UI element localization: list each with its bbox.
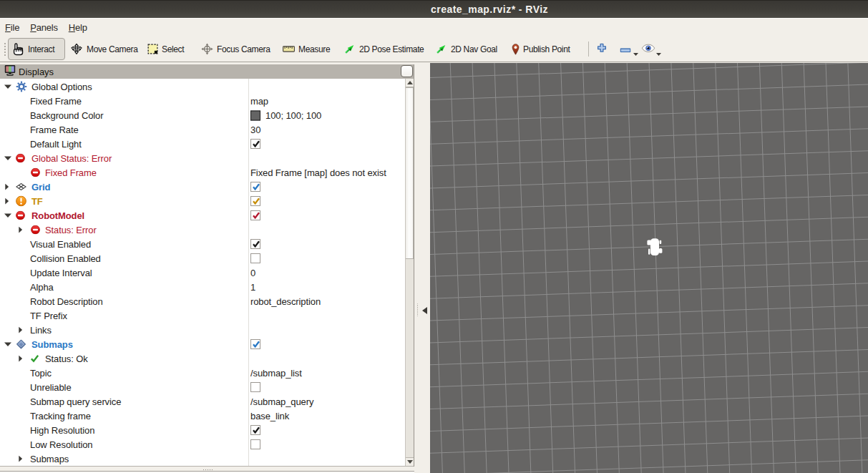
row-color-value[interactable]: 100; 100; 100 — [250, 110, 321, 121]
scrollbar-up-button[interactable] — [406, 79, 414, 87]
row-checkbox[interactable] — [250, 239, 260, 249]
row-label: Global Options — [31, 82, 92, 92]
tool-label: Measure — [298, 44, 330, 54]
select-icon — [147, 44, 158, 54]
visibility-eye-icon — [642, 42, 655, 55]
row-label: Update Interval — [30, 268, 92, 278]
tree-row[interactable]: Visual Enabled — [0, 237, 405, 251]
collapse-arrow-icon[interactable] — [18, 455, 23, 463]
tree-row[interactable]: Fixed FrameFixed Frame [map] does not ex… — [0, 165, 405, 180]
tree-row[interactable]: Default Light — [0, 137, 405, 151]
panel-float-button[interactable] — [401, 65, 413, 77]
eye-button[interactable] — [638, 38, 658, 60]
tree-row[interactable]: Low Resolution — [0, 437, 405, 452]
tree-row[interactable]: Topic/submap_list — [0, 366, 405, 380]
expand-arrow-icon[interactable] — [4, 341, 12, 347]
row-label: Robot Description — [30, 296, 103, 307]
tree-row[interactable]: Grid — [0, 180, 405, 194]
expand-arrow-icon[interactable] — [4, 84, 12, 89]
row-value[interactable]: base_link — [250, 411, 289, 421]
tree-scrollbar[interactable] — [405, 79, 414, 466]
panel-splitter-handle[interactable] — [416, 303, 419, 316]
tool-focus-button[interactable]: Focus Camera — [201, 38, 270, 60]
tree-row[interactable]: Collision Enabled — [0, 251, 405, 265]
menu-item-file[interactable]: File — [5, 19, 19, 36]
displays-panel-title: Displays — [19, 67, 54, 77]
move-camera-icon — [70, 43, 83, 56]
scrollbar-down-button[interactable] — [406, 457, 414, 466]
tree-row[interactable]: Global Status: Error — [0, 151, 405, 165]
error-icon — [16, 211, 25, 220]
row-checkbox[interactable] — [250, 339, 260, 349]
tree-row[interactable]: Submaps — [0, 452, 405, 466]
tool-select-button[interactable]: Select — [147, 38, 184, 60]
row-label: Frame Rate — [30, 125, 79, 135]
minus-button[interactable] — [615, 38, 635, 60]
row-value[interactable]: robot_description — [250, 296, 321, 307]
tree-row[interactable]: Status: Ok — [0, 351, 405, 366]
row-checkbox[interactable] — [250, 139, 260, 149]
row-label: TF — [31, 196, 43, 207]
dropdown-arrow-icon — [633, 46, 638, 59]
tree-row[interactable]: Alpha1 — [0, 280, 405, 294]
row-value[interactable]: /submap_query — [250, 396, 313, 407]
tree-row[interactable]: Unreliable — [0, 380, 405, 394]
plus-button[interactable] — [592, 38, 612, 60]
title-bar[interactable]: create_map.rviz* - RViz — [0, 0, 868, 19]
tree-row[interactable]: Links — [0, 323, 405, 337]
tool-label: Focus Camera — [217, 44, 270, 54]
tool-measure-button[interactable]: Measure — [283, 38, 330, 60]
displays-panel-header[interactable]: Displays — [0, 64, 414, 79]
menu-item-help[interactable]: Help — [69, 19, 87, 36]
tool-pose-button[interactable]: 2D Pose Estimate — [343, 38, 424, 60]
row-checkbox[interactable] — [250, 425, 260, 435]
tree-row[interactable]: Frame Rate30 — [0, 122, 405, 137]
menu-item-panels[interactable]: Panels — [30, 19, 58, 36]
tree-row[interactable]: High Resolution — [0, 423, 405, 437]
tree-row[interactable]: TF Prefix — [0, 308, 405, 323]
row-value[interactable]: Fixed Frame [map] does not exist — [250, 167, 386, 178]
row-checkbox[interactable] — [250, 253, 260, 263]
collapse-arrow-icon[interactable] — [4, 183, 9, 191]
row-value[interactable]: 1 — [250, 282, 255, 293]
row-checkbox[interactable] — [250, 196, 260, 206]
row-checkbox[interactable] — [250, 182, 260, 192]
panel-collapse-arrow[interactable] — [422, 304, 427, 317]
row-value[interactable]: 30 — [250, 125, 260, 135]
dropdown-arrow-icon — [656, 46, 661, 59]
row-value[interactable]: /submap_list — [250, 368, 302, 379]
tree-row[interactable]: Tracking framebase_link — [0, 409, 405, 423]
collapse-arrow-icon[interactable] — [18, 326, 23, 334]
tree-row[interactable]: Submap query service/submap_query — [0, 394, 405, 409]
tool-move-button[interactable]: Move Camera — [70, 38, 138, 60]
expand-arrow-icon[interactable] — [4, 155, 12, 161]
row-checkbox[interactable] — [250, 382, 260, 392]
collapse-arrow-icon[interactable] — [18, 226, 23, 234]
tree-row[interactable]: Status: Error — [0, 223, 405, 237]
row-checkbox[interactable] — [250, 210, 260, 220]
tree-row[interactable]: RobotModel — [0, 208, 405, 223]
row-label: Alpha — [30, 282, 54, 293]
tool-publish-button[interactable]: Publish Point — [512, 38, 570, 60]
row-value[interactable]: 0 — [250, 268, 255, 278]
row-checkbox[interactable] — [250, 439, 260, 449]
expand-arrow-icon[interactable] — [4, 213, 12, 218]
tree-row[interactable]: Background Color100; 100; 100 — [0, 108, 405, 122]
collapse-arrow-icon[interactable] — [18, 355, 23, 363]
3d-viewport[interactable] — [430, 63, 868, 473]
scrollbar-thumb[interactable] — [406, 87, 414, 259]
tree-row[interactable]: TF — [0, 194, 405, 208]
tree-row[interactable]: Fixed Framemap — [0, 94, 405, 108]
toolbar: InteractMove CameraSelectFocus CameraMea… — [0, 36, 868, 62]
tree-row[interactable]: Submaps — [0, 337, 405, 351]
row-label: Links — [30, 325, 52, 336]
collapse-arrow-icon[interactable] — [4, 198, 9, 205]
tree-row[interactable]: Robot Descriptionrobot_description — [0, 294, 405, 308]
row-value[interactable]: map — [250, 96, 268, 107]
tool-goal-button[interactable]: 2D Nav Goal — [435, 38, 497, 60]
toolbar-drag-handle[interactable] — [3, 42, 6, 57]
tool-interact-button[interactable]: Interact — [8, 38, 65, 60]
row-label: Submaps — [31, 339, 73, 350]
tree-row[interactable]: Update Interval0 — [0, 265, 405, 280]
tree-row[interactable]: Global Options — [0, 79, 405, 94]
